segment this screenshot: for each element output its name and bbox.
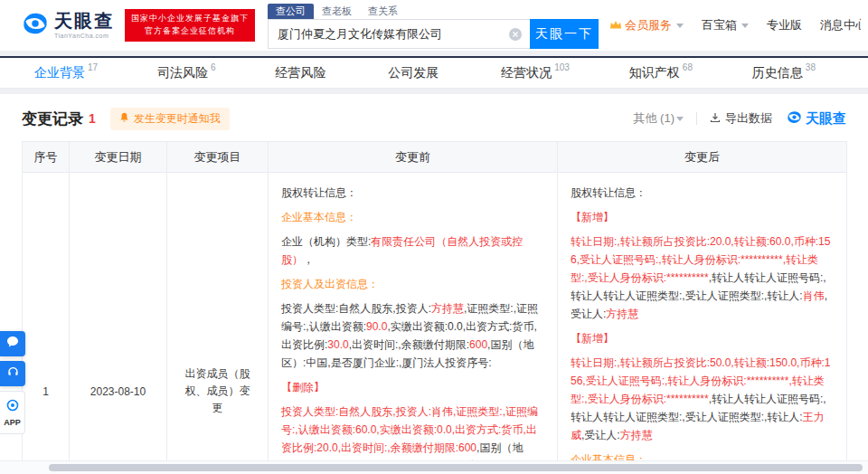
section-header: 变更记录 1 发生变更时通知我 其他 (1) 导出数据 (22, 103, 846, 134)
logo-subtitle: TianYanCha.com (54, 33, 114, 39)
tianyancha-logo[interactable]: 天眼查 TianYanCha.com (22, 10, 114, 41)
chevron-down-icon (676, 24, 684, 28)
gov-badge: 国家中小企业发展子基金旗下 官方备案企业征信机构 (125, 9, 255, 42)
logo-title: 天眼查 (54, 12, 114, 30)
divider (696, 112, 697, 125)
feedback-widget[interactable] (0, 361, 25, 386)
gov-badge-line1: 国家中小企业发展子基金旗下 (131, 13, 249, 25)
tab-intellectual-property[interactable]: 知识产权68 (629, 58, 693, 88)
tab-operating-status[interactable]: 经营状况103 (501, 58, 570, 88)
app-download-label: APP (4, 418, 21, 427)
tianyancha-watermark: 天眼查 (787, 109, 846, 128)
col-change-item: 变更项目 (167, 142, 269, 173)
tianyancha-logo-icon (6, 399, 19, 415)
search-tab-company[interactable]: 查公司 (268, 4, 314, 19)
other-dropdown[interactable]: 其他 (1) (634, 110, 684, 127)
clear-search-icon[interactable] (509, 28, 522, 41)
search-tab-boss[interactable]: 查老板 (314, 4, 360, 19)
col-change-date: 变更日期 (70, 142, 167, 173)
row-after-cell: 股权转让信息：【新增】转让日期:,转让额所占投资比:20.0,转让额:60.0,… (558, 173, 847, 474)
company-section-tabs: 企业背景17 司法风险6 经营风险 公司发展 经营状况103 知识产权68 历史… (0, 56, 868, 89)
row-date-cell: 2023-08-10 (70, 173, 167, 474)
customer-service-widget[interactable] (0, 331, 25, 356)
tab-company-development[interactable]: 公司发展 (388, 58, 441, 88)
header-nav: 会员服务 HOT 百宝箱 专业版 消息中心 九九三 (609, 17, 861, 33)
tianyancha-logo-icon (787, 109, 802, 128)
table-row: 1 2023-08-10 出资成员（股权、成员）变更 股权转让信息：企业基本信息… (23, 173, 847, 474)
nav-message-center[interactable]: 消息中心 (820, 17, 861, 33)
crown-icon (609, 19, 622, 33)
gov-badge-line2: 官方备案企业征信机构 (131, 25, 249, 38)
search-input[interactable] (268, 19, 530, 49)
bell-icon (119, 112, 129, 126)
nav-pro-version[interactable]: 专业版 (767, 17, 802, 33)
tianyancha-logo-icon (22, 10, 49, 41)
table-header-row: 序号 变更日期 变更项目 变更前 变更后 (23, 142, 847, 173)
tab-operating-risk[interactable]: 经营风险 (275, 58, 328, 88)
nav-treasure-box[interactable]: HOT 百宝箱 (702, 17, 749, 33)
row-before-cell: 股权转让信息：企业基本信息：企业（机构）类型:有限责任公司（自然人投资或控股），… (269, 173, 558, 474)
horizontal-scrollbar[interactable] (49, 464, 863, 471)
headset-icon (6, 365, 20, 383)
app-download-widget[interactable]: APP (0, 391, 25, 434)
search-area: 查公司 查老板 查关系 天眼一下 (268, 2, 599, 49)
header: 天眼查 TianYanCha.com 国家中小企业发展子基金旗下 官方备案企业征… (0, 0, 868, 51)
search-type-tabs: 查公司 查老板 查关系 (268, 2, 599, 19)
main-content: 变更记录 1 发生变更时通知我 其他 (1) 导出数据 (0, 94, 868, 474)
page: 天眼查 TianYanCha.com 国家中小企业发展子基金旗下 官方备案企业征… (0, 0, 868, 474)
col-after-change: 变更后 (558, 142, 847, 173)
nav-member-services[interactable]: 会员服务 (609, 17, 684, 33)
col-index: 序号 (23, 142, 70, 173)
tab-judicial-risk[interactable]: 司法风险6 (157, 58, 216, 88)
floating-widgets: APP (0, 331, 25, 434)
chevron-down-icon (741, 24, 749, 28)
change-records-table: 序号 变更日期 变更项目 变更前 变更后 1 2023-08-10 出资成员（股… (22, 141, 847, 474)
notify-change-button[interactable]: 发生变更时通知我 (110, 108, 230, 130)
section-count: 1 (89, 111, 96, 126)
tab-history-info[interactable]: 历史信息38 (752, 58, 816, 88)
chat-icon (5, 335, 20, 353)
section-title: 变更记录 (22, 109, 83, 129)
row-index-cell: 1 (23, 173, 70, 474)
export-data-button[interactable]: 导出数据 (710, 110, 772, 127)
search-button[interactable]: 天眼一下 (530, 19, 599, 49)
chevron-down-icon (676, 117, 684, 121)
tab-company-background[interactable]: 企业背景17 (34, 58, 98, 88)
search-tab-relation[interactable]: 查关系 (360, 4, 406, 19)
row-item-cell: 出资成员（股权、成员）变更 (167, 173, 269, 474)
col-before-change: 变更前 (269, 142, 558, 173)
download-icon (710, 112, 721, 126)
